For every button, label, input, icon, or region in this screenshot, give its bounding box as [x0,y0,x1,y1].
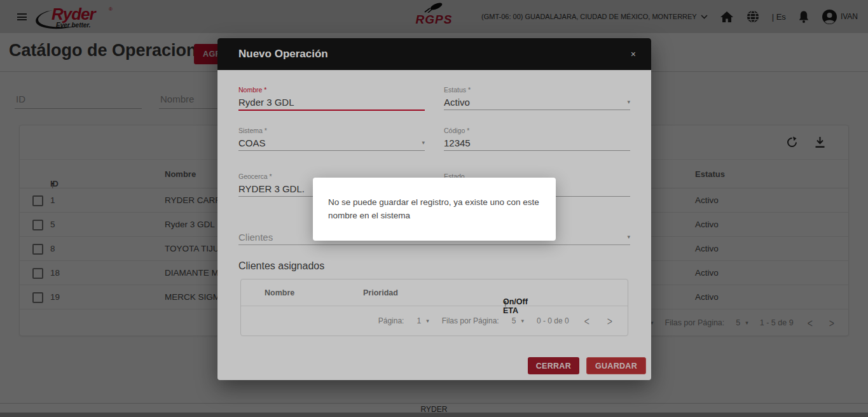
error-message: No se puede guardar el registro, ya exis… [328,196,541,223]
error-toast: No se puede guardar el registro, ya exis… [313,178,556,241]
